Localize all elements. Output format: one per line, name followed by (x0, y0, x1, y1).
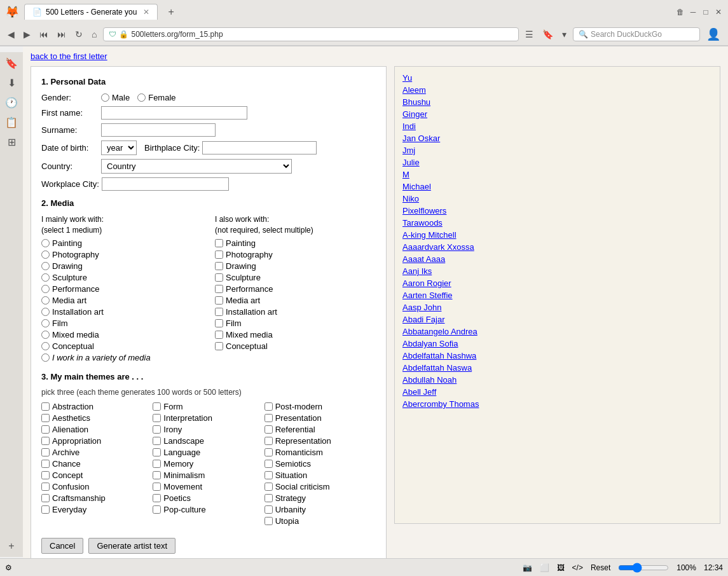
home-button[interactable]: ⌂ (89, 28, 99, 41)
name-item[interactable]: Jan Oskar (402, 132, 712, 144)
movement-checkbox[interactable] (153, 483, 161, 491)
address-bar[interactable]: 🛡 🔒 500letters.org/form_15.php (103, 27, 519, 41)
status-settings-icon[interactable]: ⚙ (5, 563, 12, 570)
name-item[interactable]: Michael (402, 181, 712, 193)
bookmark-icon[interactable]: 🔖 (540, 28, 556, 41)
strategy-checkbox[interactable] (264, 494, 273, 502)
name-item[interactable]: Abbatangelo Andrea (402, 326, 712, 338)
trash-icon[interactable]: 🗑 (676, 8, 685, 17)
painting-checkbox[interactable] (215, 239, 223, 247)
craftsmanship-checkbox[interactable] (41, 494, 50, 502)
photography-checkbox[interactable] (215, 250, 223, 259)
name-item[interactable]: Yu (402, 72, 712, 84)
photography-radio[interactable] (41, 250, 50, 259)
urbanity-checkbox[interactable] (264, 505, 273, 514)
representation-checkbox[interactable] (264, 437, 273, 445)
tab-close-icon[interactable]: ✕ (143, 8, 149, 17)
installation-checkbox[interactable] (215, 308, 223, 316)
name-item[interactable]: Jmj (402, 144, 712, 156)
name-item[interactable]: Niko (402, 193, 712, 205)
generate-button[interactable]: Generate artist text (88, 538, 175, 554)
name-item[interactable]: Pixelflowers (402, 205, 712, 217)
back-button[interactable]: ◀ (5, 28, 17, 41)
performance-radio[interactable] (41, 285, 50, 293)
memory-checkbox[interactable] (153, 460, 161, 468)
romanticism-checkbox[interactable] (264, 448, 273, 456)
active-tab[interactable]: 📄 500 Letters - Generate you ✕ (24, 4, 158, 20)
name-item[interactable]: Abadi Fajar (402, 313, 712, 326)
name-item[interactable]: Aanj Iks (402, 265, 712, 277)
name-item[interactable]: Aaaardvark Xxossa (402, 241, 712, 253)
everyday-checkbox[interactable] (41, 505, 50, 514)
gender-female-radio[interactable] (137, 93, 146, 102)
name-item[interactable]: Abell Jeff (402, 386, 712, 398)
semiotics-checkbox[interactable] (264, 460, 273, 468)
chance-checkbox[interactable] (41, 460, 50, 468)
variety-radio[interactable] (41, 353, 50, 362)
sculpture-radio[interactable] (41, 273, 50, 282)
workplace-input[interactable] (102, 177, 229, 191)
presentation-checkbox[interactable] (264, 414, 273, 422)
zoom-slider[interactable] (618, 563, 669, 570)
cancel-button[interactable]: Cancel (41, 538, 83, 554)
archive-checkbox[interactable] (41, 448, 50, 456)
name-item[interactable]: Ginger (402, 108, 712, 120)
mixed-media-checkbox[interactable] (215, 331, 223, 339)
name-item[interactable]: M (402, 168, 712, 181)
forward-button[interactable]: ▶ (21, 28, 33, 41)
aesthetics-checkbox[interactable] (41, 414, 50, 422)
mixed-media-radio[interactable] (41, 331, 50, 339)
skip-forward-button[interactable]: ⏭ (55, 28, 69, 41)
sidebar-notes-icon[interactable]: 📋 (5, 116, 18, 128)
surname-input[interactable] (101, 123, 216, 137)
form-checkbox[interactable] (153, 402, 161, 411)
name-item[interactable]: Aaron Rogier (402, 277, 712, 289)
conceptual-radio[interactable] (41, 342, 50, 350)
sidebar-history-icon[interactable]: 🕐 (5, 97, 18, 109)
name-item[interactable]: Aasp John (402, 301, 712, 313)
reload-button[interactable]: ↻ (72, 28, 85, 41)
postmodern-checkbox[interactable] (264, 402, 273, 411)
abstraction-checkbox[interactable] (41, 402, 50, 411)
sidebar-bookmarks-icon[interactable]: 🔖 (5, 57, 18, 69)
country-select[interactable]: Country (101, 159, 292, 174)
drawing-radio[interactable] (41, 262, 50, 270)
profile-icon[interactable]: 👤 (704, 26, 723, 43)
language-checkbox[interactable] (153, 448, 161, 456)
name-item[interactable]: Aarten Steffie (402, 289, 712, 301)
name-item[interactable]: Tarawoods (402, 217, 712, 229)
restore-button[interactable]: □ (701, 8, 710, 17)
search-bar[interactable]: 🔍 Search DuckDuckGo (573, 27, 700, 41)
conceptual-checkbox[interactable] (215, 342, 223, 350)
name-item[interactable]: Abdullah Noah (402, 374, 712, 386)
firstname-input[interactable] (101, 106, 247, 120)
name-item[interactable]: Indi (402, 120, 712, 132)
year-select[interactable]: year (101, 141, 137, 155)
skip-back-button[interactable]: ⏮ (37, 28, 51, 41)
name-item[interactable]: Aaaat Aaaa (402, 253, 712, 265)
name-item[interactable]: A-king Mitchell (402, 229, 712, 241)
utopia-checkbox[interactable] (264, 517, 273, 525)
referential-checkbox[interactable] (264, 425, 273, 434)
landscape-checkbox[interactable] (153, 437, 161, 445)
name-item[interactable]: Abdelfattah Nashwa (402, 350, 712, 362)
new-tab-button[interactable]: + (163, 6, 179, 18)
confusion-checkbox[interactable] (41, 483, 50, 491)
concept-checkbox[interactable] (41, 471, 50, 479)
name-item[interactable]: Abdelfattah Naswa (402, 362, 712, 374)
name-item[interactable]: Abdalyan Sofia (402, 338, 712, 350)
sidebar-add-icon[interactable]: + (8, 540, 14, 552)
pop-culture-checkbox[interactable] (153, 505, 161, 514)
sculpture-checkbox[interactable] (215, 273, 223, 282)
appropriation-checkbox[interactable] (41, 437, 50, 445)
situation-checkbox[interactable] (264, 471, 273, 479)
window-icon[interactable]: ⬜ (540, 563, 549, 570)
minimize-button[interactable]: ─ (689, 8, 697, 17)
sidebar-download-icon[interactable]: ⬇ (8, 77, 16, 89)
minimalism-checkbox[interactable] (153, 471, 161, 479)
screenshot-icon[interactable]: 📷 (523, 563, 532, 570)
social-criticism-checkbox[interactable] (264, 483, 273, 491)
name-item[interactable]: Abercromby Thomas (402, 398, 712, 410)
interpretation-checkbox[interactable] (153, 414, 161, 422)
alienation-checkbox[interactable] (41, 425, 50, 434)
